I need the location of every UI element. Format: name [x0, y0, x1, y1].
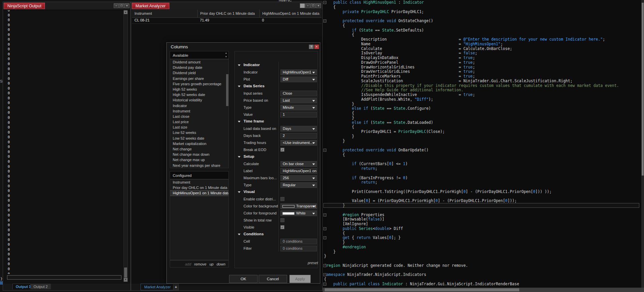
available-item[interactable]: Low 52 weeks [170, 130, 228, 135]
code-line[interactable]: if (CurrentBars[0] <= 1) [324, 162, 619, 166]
code-line[interactable]: DrawHorizontalGridLines = true; [324, 65, 619, 70]
code-line[interactable]: Name = "HighMinusOpen1"; [324, 42, 619, 47]
scroll-down-icon[interactable]: ▼ [124, 278, 127, 282]
remove-button[interactable]: remove [194, 262, 207, 266]
tab-market-analyzer[interactable]: Market Analyzer [141, 284, 174, 290]
available-item[interactable]: High 52 weeks [170, 87, 228, 92]
code-line[interactable]: [Browsable(false)] [324, 217, 619, 222]
label-input[interactable]: HighMinusOpen1 on 1 Minute data [280, 168, 317, 174]
code-line[interactable]: { [324, 23, 619, 28]
code-line[interactable]: IsOverlay = false; [324, 51, 619, 56]
available-item[interactable]: Instrument [170, 108, 228, 114]
value-input[interactable]: 1 [280, 112, 317, 117]
days-back-input[interactable]: 2 [280, 133, 317, 139]
code-text[interactable]: public class HighMinusOpen1 : Indicator … [324, 0, 619, 287]
code-line[interactable] [324, 143, 619, 148]
code-line[interactable]: return; [324, 166, 619, 171]
fold-marker-icon[interactable]: − [323, 273, 326, 276]
fold-marker-icon[interactable]: − [323, 1, 326, 4]
available-item[interactable]: Historical volatility [170, 97, 228, 103]
scrollbar-thumb[interactable] [124, 267, 127, 278]
close-icon[interactable]: × [314, 45, 319, 49]
analyzer-column-headers[interactable]: InstrumentPrior day OHLC on 1 Minute dat… [132, 10, 322, 18]
available-item[interactable]: Five years growth percentage [170, 81, 228, 87]
configured-item[interactable]: Instrument [170, 180, 228, 185]
code-line[interactable]: namespace NinjaTrader.NinjaScript.Indica… [324, 273, 619, 277]
code-line[interactable]: private PriorDayOHLC PriorDayOHLC1; [324, 10, 619, 14]
available-item[interactable]: Dividend pay date [170, 65, 228, 70]
apply-button[interactable]: Apply [289, 275, 311, 283]
cell-input[interactable]: 0 conditions [280, 239, 317, 244]
code-line[interactable]: else if (State == State.Configure) [324, 106, 619, 111]
available-item[interactable]: Last close [170, 114, 228, 119]
fold-marker-icon[interactable]: − [323, 227, 326, 230]
code-line[interactable]: { [324, 231, 619, 236]
code-line[interactable]: public class HighMinusOpen1 : Indicator [324, 0, 619, 5]
output-log-list[interactable]: 0000000000000000000000000000000000000000… [4, 10, 123, 274]
break-at-eod-checkbox[interactable]: ✓ [280, 148, 284, 152]
code-line[interactable]: DisplayInDataBox = true; [324, 56, 619, 60]
fold-marker-icon[interactable]: − [323, 236, 326, 239]
help-icon[interactable]: ? [309, 45, 314, 49]
code-line[interactable] [324, 14, 619, 19]
enable-color-distri--checkbox[interactable] [280, 197, 284, 201]
code-line[interactable]: { [324, 33, 619, 37]
input-series-input[interactable]: Close [280, 91, 317, 96]
code-line[interactable] [324, 185, 619, 190]
fold-marker-icon[interactable]: − [323, 19, 326, 22]
indicator-dropdown[interactable]: HighMinusOpen1 [280, 69, 317, 75]
cancel-button[interactable]: Cancel [259, 275, 287, 283]
collapse-arrow-icon[interactable] [238, 191, 240, 193]
available-item[interactable]: Earnings per share [170, 76, 228, 81]
load-data-based-on-dropdown[interactable]: Days [280, 126, 317, 132]
available-item[interactable]: Indicator [170, 103, 228, 108]
preset-link[interactable]: preset [234, 261, 318, 265]
code-line[interactable]: //Disable this property if your indicato… [324, 84, 619, 88]
code-line[interactable] [324, 208, 619, 213]
code-line[interactable]: DrawOnPricePanel = true; [324, 60, 619, 65]
available-item[interactable]: Net change max up [170, 157, 228, 162]
available-item[interactable]: Last price [170, 119, 228, 125]
collapse-arrow-icon[interactable] [238, 86, 240, 87]
column-header[interactable]: Prior day OHLC on 1 Minute data [197, 10, 259, 17]
analyzer-data-row[interactable]: CL 08-2171.490 [132, 17, 322, 24]
code-line[interactable]: get { return Values[0]; } [324, 236, 619, 240]
code-line[interactable]: { [324, 111, 619, 116]
code-line[interactable]: #endregion [324, 245, 619, 250]
code-line[interactable]: else if (State == State.DataLoaded) [324, 120, 619, 125]
available-item[interactable]: Net change max down [170, 152, 228, 157]
color-for-foreground-dropdown[interactable]: White [280, 210, 317, 216]
output-command-input[interactable] [7, 275, 121, 280]
code-line[interactable]: } [324, 240, 619, 245]
maximum-bars-loo--dropdown[interactable]: 256 [280, 175, 317, 181]
down-button[interactable]: down [217, 262, 225, 266]
available-item[interactable]: Dividend yield [170, 70, 228, 76]
column-header[interactable]: Instrument [132, 10, 197, 17]
code-line[interactable]: Print(Convert.ToString((PriorDayOHLC1.Pr… [324, 190, 619, 194]
visible-checkbox[interactable]: ✓ [280, 225, 284, 229]
type-dropdown[interactable]: Regular [280, 182, 317, 188]
code-line[interactable]: if (State == State.SetDefaults) [324, 28, 619, 33]
code-line[interactable]: #region Properties [324, 213, 619, 217]
table-cell[interactable]: CL 08-21 [132, 17, 197, 23]
code-line[interactable]: protected override void OnStateChange() [324, 19, 619, 23]
code-line[interactable]: ScaleJustification = NinjaTrader.Gui.Cha… [324, 79, 619, 84]
code-line[interactable]: [XmlIgnore] [324, 222, 619, 227]
plot-dropdown[interactable]: Diff [280, 77, 317, 82]
code-line[interactable]: } [324, 116, 619, 120]
available-item[interactable]: Last size [170, 125, 228, 130]
code-line[interactable]: PriorDayOHLC1 = PriorDayOHLC(Close); [324, 130, 619, 134]
code-line[interactable]: protected override void OnBarUpdate() [324, 148, 619, 153]
show-in-total-row-checkbox[interactable] [280, 218, 284, 222]
code-line[interactable]: { [324, 277, 619, 282]
editor-horizontal-scrollbar[interactable] [323, 288, 644, 292]
color-for-background-dropdown[interactable]: Transparent [280, 203, 317, 209]
minimize-icon[interactable]: − [114, 3, 119, 8]
fold-marker-icon[interactable]: − [323, 283, 326, 286]
available-item[interactable]: High 52 weeks date [170, 92, 228, 97]
configured-item[interactable]: HighMinusOpen1 on 1 Minute data [170, 190, 228, 196]
fold-marker-icon[interactable]: − [323, 264, 326, 267]
tab-output-2[interactable]: Output 2 [30, 284, 51, 289]
code-line[interactable]: DrawVerticalGridLines = true; [324, 69, 619, 74]
fold-marker-icon[interactable]: − [323, 213, 326, 216]
